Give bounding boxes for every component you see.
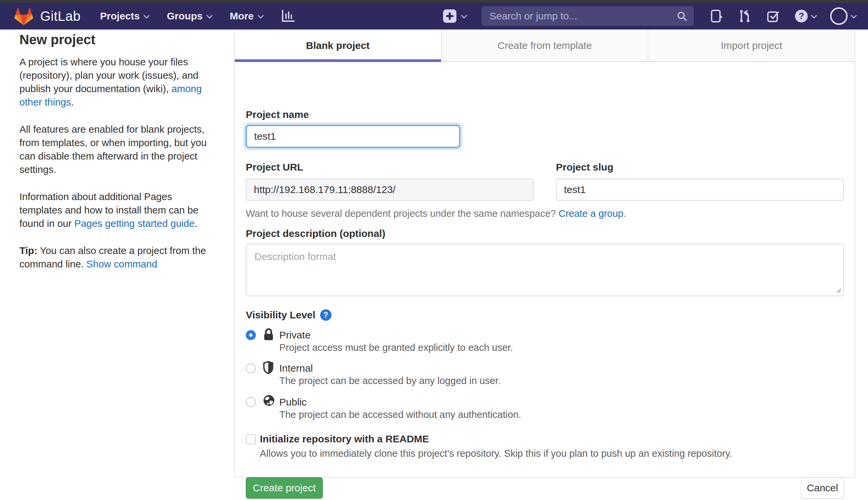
visibility-option-description: The project can be accessed by any logge… (279, 375, 501, 386)
readme-label: Initialize repository with a README (260, 433, 429, 445)
lock-icon (263, 328, 274, 343)
show-command-link[interactable]: Show command (86, 258, 157, 270)
tab-label: Create from template (497, 40, 592, 51)
new-project-panel: Blank project Create from template Impor… (234, 30, 855, 478)
chevron-down-icon (258, 12, 263, 19)
tab-label: Import project (721, 40, 782, 51)
issues-icon[interactable] (710, 9, 723, 23)
search-icon (677, 11, 688, 22)
chevron-down-icon (811, 12, 817, 19)
top-navbar: GitLab Projects Groups More (0, 3, 868, 30)
hint-text: Want to house several dependent projects… (246, 208, 559, 219)
globe-icon (263, 395, 275, 408)
search-input[interactable] (482, 7, 694, 26)
global-search (482, 7, 694, 26)
namespace-hint: Want to house several dependent projects… (246, 208, 626, 219)
nav-projects[interactable]: Projects (100, 10, 148, 22)
nav-projects-label: Projects (100, 10, 140, 22)
sidebar-tip: Tip: You can also create a project from … (20, 244, 214, 271)
visibility-option-description: Project access must be granted explicitl… (279, 342, 513, 353)
shield-icon (263, 361, 273, 375)
blank-project-form: Project name Project URL Project slug Wa… (235, 62, 855, 476)
readme-checkbox[interactable] (246, 434, 256, 444)
plus-square-icon (443, 9, 456, 23)
avatar (830, 7, 847, 25)
chevron-down-icon (851, 12, 857, 19)
create-group-link[interactable]: Create a group. (559, 208, 626, 219)
paragraph-text: . (71, 96, 74, 107)
window-top-strip (0, 0, 868, 3)
readme-description: Allows you to immediately clone this pro… (260, 448, 732, 459)
sidebar-paragraph: A project is where you house your files … (20, 55, 214, 109)
charts-icon[interactable] (281, 9, 295, 23)
project-slug-label: Project slug (556, 161, 613, 173)
create-project-button[interactable]: Create project (246, 477, 323, 499)
help-menu[interactable]: ? (795, 10, 816, 22)
nav-groups-label: Groups (167, 10, 203, 22)
navbar-right: ? (443, 7, 855, 26)
project-type-tabs: Blank project Create from template Impor… (235, 30, 855, 62)
sidebar-paragraph: Information about additional Pages templ… (20, 190, 214, 230)
visibility-option-name: Internal (279, 363, 313, 374)
sidebar-paragraph: All features are enabled for blank proje… (20, 123, 214, 176)
nav-more-label: More (230, 10, 254, 22)
todos-icon[interactable] (766, 9, 780, 23)
visibility-help-icon[interactable]: ? (320, 309, 331, 321)
page-title: New project (20, 32, 234, 47)
nav-more[interactable]: More (230, 10, 262, 22)
paragraph-text: . (195, 218, 197, 229)
project-url-label: Project URL (246, 161, 303, 173)
visibility-option-description: The project can be accessed without any … (279, 409, 521, 420)
tab-import-project[interactable]: Import project (648, 30, 855, 61)
visibility-option-name: Public (279, 396, 307, 408)
primary-nav: Projects Groups More (100, 9, 295, 23)
project-description-textarea[interactable] (246, 243, 844, 296)
project-description-label: Project description (optional) (246, 228, 385, 239)
visibility-level-label: Visibility Level (246, 309, 315, 321)
chevron-down-icon (461, 12, 467, 19)
merge-requests-icon[interactable] (738, 9, 751, 23)
visibility-option-name: Private (279, 329, 310, 341)
tab-label: Blank project (306, 40, 370, 51)
radio-internal[interactable] (246, 363, 256, 373)
project-name-input[interactable] (246, 125, 460, 148)
nav-groups[interactable]: Groups (167, 10, 211, 22)
tab-blank-project[interactable]: Blank project (235, 30, 441, 61)
gitlab-logo[interactable]: GitLab (13, 7, 81, 26)
page-sidebar: New project A project is where you house… (0, 30, 234, 271)
visibility-level-row: Visibility Level ? (246, 309, 331, 321)
project-slug-input[interactable] (556, 179, 844, 201)
pages-guide-link[interactable]: Pages getting started guide (74, 218, 195, 229)
chevron-down-icon (144, 12, 150, 19)
radio-public[interactable] (246, 397, 256, 407)
tab-create-from-template[interactable]: Create from template (441, 30, 648, 61)
user-menu[interactable] (830, 7, 855, 25)
cancel-button[interactable]: Cancel (801, 477, 844, 499)
project-url-input[interactable] (246, 179, 534, 201)
chevron-down-icon (206, 12, 212, 19)
gitlab-wordmark: GitLab (40, 9, 81, 24)
help-icon: ? (795, 10, 808, 22)
tip-label: Tip: (20, 245, 37, 256)
project-name-label: Project name (246, 109, 309, 120)
new-dropdown[interactable] (443, 9, 466, 23)
gitlab-tanuki-icon (13, 7, 34, 26)
radio-private[interactable] (246, 330, 256, 340)
